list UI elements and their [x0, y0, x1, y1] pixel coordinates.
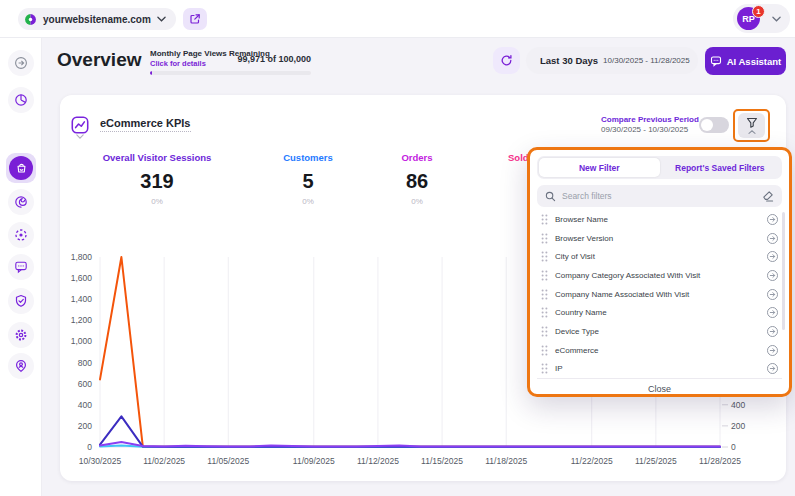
arrow-right-circle-icon[interactable]	[766, 306, 779, 319]
sidebar-item-chat[interactable]	[8, 254, 34, 280]
drag-handle-icon[interactable]	[541, 363, 548, 374]
security-shield-icon	[14, 294, 28, 308]
kpi-label: Overall Visitor Sessions	[103, 152, 212, 163]
date-range-selector[interactable]: Last 30 Days 10/30/2025 - 11/28/2025	[526, 47, 698, 74]
chevron-up-icon	[748, 130, 756, 134]
drag-handle-icon[interactable]	[541, 289, 548, 300]
sidebar-item-ecommerce[interactable]	[6, 153, 36, 183]
arrow-right-circle-icon[interactable]	[766, 325, 779, 338]
tab-new-filter[interactable]: New Filter	[539, 158, 660, 177]
filter-item[interactable]: Browser Version	[537, 229, 782, 248]
kpi-label: Orders	[401, 152, 432, 163]
trends-swirl-icon	[14, 195, 28, 209]
svg-text:200: 200	[78, 421, 92, 431]
kpi-delta: 0%	[283, 197, 333, 206]
sidebar-item-dashboard[interactable]	[8, 87, 34, 113]
arrow-right-circle-icon[interactable]	[766, 232, 779, 245]
kpi-value: 5	[283, 170, 333, 193]
open-site-button[interactable]	[183, 8, 207, 30]
ai-chat-icon	[710, 55, 722, 67]
filter-tabs: New Filter Report's Saved Filters	[537, 156, 782, 179]
drag-handle-icon[interactable]	[541, 270, 548, 281]
sidebar-item-audience[interactable]	[8, 222, 34, 248]
kpi-overall-visitor-sessions: Overall Visitor Sessions 319 0%	[103, 152, 212, 206]
sidebar-item-settings[interactable]	[8, 322, 34, 348]
close-button[interactable]: Close	[537, 378, 782, 399]
drag-handle-icon[interactable]	[541, 214, 548, 225]
drag-handle-icon[interactable]	[541, 233, 548, 244]
svg-text:1,000: 1,000	[71, 336, 93, 346]
card-title: eCommerce KPIs	[100, 117, 191, 132]
sidebar-nav	[0, 38, 42, 496]
sidebar-item-trends[interactable]	[8, 189, 34, 215]
svg-text:10/30/2025: 10/30/2025	[79, 456, 122, 466]
svg-text:200: 200	[731, 421, 745, 431]
filter-item[interactable]: eCommerce	[537, 341, 782, 360]
refresh-button[interactable]	[493, 47, 520, 74]
tab-saved-filters[interactable]: Report's Saved Filters	[660, 158, 781, 177]
settings-gear-icon	[14, 328, 28, 342]
arrow-right-circle-icon[interactable]	[766, 362, 779, 375]
scrollbar-thumb[interactable]	[782, 212, 785, 330]
pageviews-progress-bar	[150, 71, 311, 75]
arrow-right-circle-icon[interactable]	[766, 213, 779, 226]
svg-text:11/28/2025: 11/28/2025	[699, 456, 741, 466]
pageviews-quota: Monthly Page Views Remaining Click for d…	[150, 49, 311, 77]
filter-item[interactable]: Company Category Associated With Visit	[537, 266, 782, 285]
kpi-value: 319	[103, 170, 212, 193]
pageviews-details-link[interactable]: Click for details	[150, 59, 206, 68]
pageviews-value: 99,971 of 100,000	[237, 54, 311, 64]
ai-assistant-button[interactable]: AI Assistant	[705, 47, 786, 75]
svg-text:0: 0	[731, 442, 736, 452]
drag-handle-icon[interactable]	[541, 307, 548, 318]
sidebar-expand-button[interactable]	[8, 50, 34, 76]
drag-handle-icon[interactable]	[541, 345, 548, 356]
expand-arrow-icon	[14, 56, 28, 70]
svg-text:11/09/2025: 11/09/2025	[293, 456, 335, 466]
filter-item-label: Browser Name	[555, 215, 759, 224]
svg-text:11/12/2025: 11/12/2025	[357, 456, 399, 466]
svg-text:1,200: 1,200	[71, 315, 93, 325]
svg-text:1,600: 1,600	[71, 273, 93, 283]
eraser-icon[interactable]	[762, 190, 774, 202]
filter-search	[537, 185, 782, 207]
svg-text:0: 0	[87, 442, 92, 452]
external-link-icon	[189, 13, 201, 25]
search-filters-input[interactable]	[562, 191, 756, 201]
filter-item[interactable]: City of Visit	[537, 247, 782, 266]
filter-item[interactable]: Company Name Associated With Visit	[537, 285, 782, 304]
drag-handle-icon[interactable]	[541, 251, 548, 262]
compare-toggle[interactable]	[699, 117, 729, 133]
filter-item[interactable]: Browser Name	[537, 210, 782, 229]
ai-assistant-label: AI Assistant	[727, 56, 782, 67]
audience-target-icon	[14, 228, 28, 242]
compare-previous-period-label[interactable]: Compare Previous Period	[601, 115, 699, 124]
date-preset: Last 30 Days	[540, 55, 598, 66]
chevron-down-icon[interactable]	[76, 134, 84, 139]
dashboard-pie-icon	[14, 93, 28, 107]
site-domain: yourwebsitename.com	[43, 14, 151, 25]
sidebar-item-account[interactable]	[8, 353, 34, 379]
sidebar-item-security[interactable]	[8, 288, 34, 314]
arrow-right-circle-icon[interactable]	[766, 344, 779, 357]
compare-range-text: 09/30/2025 - 10/30/2025	[601, 125, 688, 134]
svg-text:11/05/2025: 11/05/2025	[207, 456, 249, 466]
drag-handle-icon[interactable]	[541, 326, 548, 337]
chat-bubble-icon	[14, 260, 28, 274]
user-menu[interactable]: RP 1	[733, 4, 790, 33]
svg-text:11/18/2025: 11/18/2025	[485, 456, 527, 466]
arrow-right-circle-icon[interactable]	[766, 269, 779, 282]
funnel-icon	[746, 117, 758, 129]
filter-item[interactable]: Device Type	[537, 322, 782, 341]
analytics-dashboard: yourwebsitename.com RP 1	[0, 0, 795, 496]
filter-item-label: City of Visit	[555, 252, 759, 261]
filter-item[interactable]: IP	[537, 360, 782, 379]
arrow-right-circle-icon[interactable]	[766, 250, 779, 263]
profile-pin-icon	[14, 359, 28, 373]
filters-button[interactable]	[738, 113, 765, 138]
page-title: Overview	[57, 49, 142, 71]
arrow-right-circle-icon[interactable]	[766, 288, 779, 301]
svg-text:11/22/2025: 11/22/2025	[571, 456, 613, 466]
filter-item[interactable]: Country Name	[537, 303, 782, 322]
site-selector[interactable]: yourwebsitename.com	[18, 8, 176, 30]
